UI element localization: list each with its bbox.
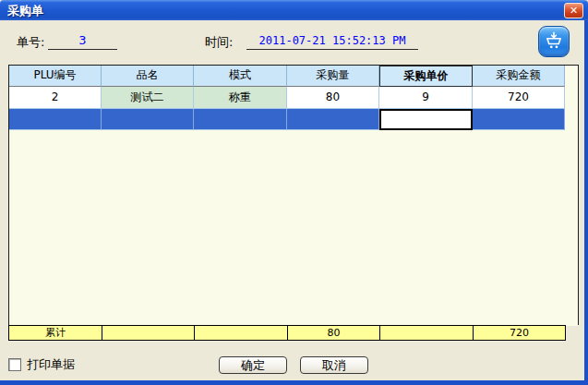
column-header-price-selected[interactable]: 采购单价 — [379, 66, 473, 87]
purchase-table: PLU编号 品名 模式 采购量 采购单价 采购金额 2 测试二 称重 80 9 … — [8, 65, 579, 325]
totals-label: 累计 — [8, 325, 102, 341]
cell-plu-empty[interactable] — [9, 109, 102, 130]
cancel-button[interactable]: 取消 — [300, 356, 368, 374]
cell-mode[interactable]: 称重 — [194, 87, 287, 109]
time-label: 时间: — [205, 34, 233, 51]
ok-button[interactable]: 确定 — [219, 356, 287, 374]
print-receipt-checkbox[interactable] — [8, 358, 21, 371]
grid-empty-area — [9, 130, 578, 326]
shopping-cart-icon — [544, 31, 564, 52]
totals-mode — [194, 325, 288, 341]
totals-amount: 720 — [473, 325, 566, 341]
table-header-row: PLU编号 品名 模式 采购量 采购单价 采购金额 — [9, 66, 578, 87]
column-header-plu[interactable]: PLU编号 — [9, 66, 102, 87]
column-header-qty[interactable]: 采购量 — [287, 66, 379, 87]
row-gutter — [565, 109, 578, 130]
totals-name — [102, 325, 195, 341]
cell-plu[interactable]: 2 — [9, 87, 102, 109]
totals-qty: 80 — [287, 325, 380, 341]
close-button[interactable]: ✕ — [564, 3, 583, 18]
header-gutter — [565, 66, 578, 87]
totals-row: 累计 80 720 — [8, 325, 566, 341]
cart-button[interactable] — [538, 26, 570, 57]
time-value: 2011-07-21 15:52:13 PM — [246, 33, 418, 50]
totals-price — [379, 325, 474, 341]
price-edit-input[interactable] — [379, 109, 473, 130]
table-row-selected[interactable] — [9, 109, 578, 130]
cell-amount-empty[interactable] — [473, 109, 565, 130]
window-title: 采购单 — [7, 3, 43, 19]
cell-price-editing[interactable] — [379, 109, 473, 130]
close-icon: ✕ — [570, 5, 578, 17]
column-header-mode[interactable]: 模式 — [194, 66, 287, 87]
cell-qty[interactable]: 80 — [287, 87, 379, 109]
cell-mode-empty[interactable] — [194, 109, 287, 130]
cell-name-empty[interactable] — [102, 109, 194, 130]
row-gutter — [565, 87, 578, 109]
print-receipt-label: 打印单据 — [27, 356, 75, 373]
cell-name[interactable]: 测试二 — [102, 87, 194, 109]
table-row[interactable]: 2 测试二 称重 80 9 720 — [9, 87, 578, 109]
window-border-bottom — [0, 380, 588, 385]
title-bar[interactable]: 采购单 ✕ — [0, 0, 588, 20]
order-no-value: 3 — [48, 33, 117, 50]
cell-amount[interactable]: 720 — [473, 87, 565, 109]
cell-price[interactable]: 9 — [379, 87, 473, 109]
column-header-name[interactable]: 品名 — [102, 66, 194, 87]
purchase-order-dialog: 采购单 ✕ 单号: 3 时间: 2011-07-21 15:52:13 PM P… — [0, 0, 588, 385]
column-header-amount[interactable]: 采购金额 — [473, 66, 565, 87]
window-border-right — [584, 20, 588, 385]
order-no-label: 单号: — [17, 34, 44, 51]
cell-qty-empty[interactable] — [287, 109, 379, 130]
